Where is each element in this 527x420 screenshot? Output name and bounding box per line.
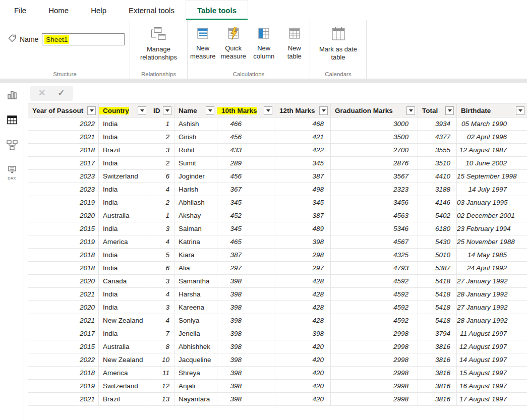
grid-cell-country[interactable]: India bbox=[99, 117, 149, 131]
grid-cell-year[interactable]: 2019 bbox=[28, 235, 99, 249]
grid-cell-marks10[interactable]: 398 bbox=[217, 353, 275, 367]
grid-cell-name[interactable]: Shreya bbox=[174, 367, 217, 380]
grid-cell-country[interactable]: India bbox=[99, 327, 149, 340]
grid-cell-name[interactable]: Soniya bbox=[174, 314, 217, 327]
grid-cell-country[interactable]: America bbox=[99, 367, 149, 380]
grid-cell-marks12[interactable]: 387 bbox=[275, 209, 331, 222]
grid-cell-marks10[interactable]: 398 bbox=[217, 340, 275, 353]
grid-cell-year[interactable]: 2017 bbox=[28, 157, 99, 170]
grid-cell-id[interactable]: 4 bbox=[149, 235, 174, 249]
grid-cell-id[interactable]: 2 bbox=[149, 157, 174, 170]
filter-button[interactable] bbox=[516, 106, 524, 115]
grid-cell-marks10[interactable]: 345 bbox=[217, 196, 275, 209]
grid-cell-birthdate[interactable]: 14 August 1997 bbox=[457, 353, 527, 367]
filter-button[interactable] bbox=[319, 106, 328, 115]
grid-cell-id[interactable]: 5 bbox=[149, 249, 174, 262]
grid-cell-graduation[interactable]: 4567 bbox=[331, 235, 418, 249]
grid-cell-birthdate[interactable]: 15 August 1997 bbox=[457, 367, 527, 380]
grid-cell-total[interactable]: 4146 bbox=[418, 196, 457, 209]
grid-cell-marks12[interactable]: 398 bbox=[275, 327, 331, 340]
grid-cell-graduation[interactable]: 2998 bbox=[331, 380, 418, 393]
grid-cell-year[interactable]: 2023 bbox=[28, 183, 99, 196]
grid-cell-name[interactable]: Jenelia bbox=[174, 327, 217, 340]
manage-relationships-button[interactable]: Manage relationships bbox=[130, 20, 187, 79]
grid-cell-total[interactable]: 5430 bbox=[418, 235, 457, 249]
grid-cell-year[interactable]: 2020 bbox=[28, 209, 99, 222]
grid-cell-total[interactable]: 3934 bbox=[418, 117, 457, 131]
grid-cell-id[interactable]: 8 bbox=[149, 340, 174, 353]
grid-cell-year[interactable]: 2019 bbox=[28, 196, 99, 209]
grid-cell-birthdate[interactable]: 05 March 1990 bbox=[457, 117, 527, 131]
table-name-input[interactable]: Sheet1 bbox=[42, 33, 125, 45]
grid-cell-birthdate[interactable]: 12 August 1987 bbox=[457, 144, 527, 157]
grid-cell-graduation[interactable]: 5346 bbox=[331, 222, 418, 235]
report-view-button[interactable] bbox=[7, 90, 17, 102]
grid-cell-marks10[interactable]: 398 bbox=[217, 380, 275, 393]
grid-cell-year[interactable]: 2021 bbox=[28, 288, 99, 301]
tab-home[interactable]: Home bbox=[37, 0, 80, 20]
column-header-year[interactable]: Year of Passout bbox=[28, 104, 99, 117]
grid-cell-id[interactable]: 1 bbox=[149, 209, 174, 222]
grid-cell-graduation[interactable]: 2998 bbox=[331, 367, 418, 380]
grid-cell-marks10[interactable]: 433 bbox=[217, 144, 275, 157]
grid-cell-birthdate[interactable]: 12 August 1997 bbox=[457, 340, 527, 353]
grid-cell-name[interactable]: Samantha bbox=[174, 275, 217, 288]
column-header-name[interactable]: Name bbox=[174, 104, 217, 117]
grid-cell-marks12[interactable]: 468 bbox=[275, 117, 331, 131]
grid-cell-marks12[interactable]: 421 bbox=[275, 131, 331, 144]
grid-cell-birthdate[interactable]: 24 April 1992 bbox=[457, 262, 527, 275]
grid-cell-year[interactable]: 2017 bbox=[28, 327, 99, 340]
grid-cell-id[interactable]: 3 bbox=[149, 222, 174, 235]
grid-cell-marks12[interactable]: 345 bbox=[275, 196, 331, 209]
grid-cell-graduation[interactable]: 2876 bbox=[331, 157, 418, 170]
grid-cell-birthdate[interactable]: 28 January 1992 bbox=[457, 314, 527, 327]
dax-query-view-button[interactable]: DAX bbox=[7, 166, 17, 181]
grid-cell-country[interactable]: Brazil bbox=[99, 393, 149, 406]
grid-cell-country[interactable]: India bbox=[99, 262, 149, 275]
grid-cell-total[interactable]: 3816 bbox=[418, 367, 457, 380]
grid-cell-year[interactable]: 2022 bbox=[28, 117, 99, 131]
grid-cell-total[interactable]: 3816 bbox=[418, 380, 457, 393]
grid-cell-marks10[interactable]: 289 bbox=[217, 157, 275, 170]
grid-cell-marks10[interactable]: 456 bbox=[217, 131, 275, 144]
tab-table-tools[interactable]: Table tools bbox=[186, 0, 248, 20]
grid-cell-graduation[interactable]: 4592 bbox=[331, 314, 418, 327]
grid-cell-id[interactable]: 6 bbox=[149, 170, 174, 183]
grid-cell-total[interactable]: 3188 bbox=[418, 183, 457, 196]
grid-cell-id[interactable]: 13 bbox=[149, 393, 174, 406]
grid-cell-birthdate[interactable]: 14 May 1985 bbox=[457, 249, 527, 262]
grid-cell-country[interactable]: Australia bbox=[99, 209, 149, 222]
grid-cell-birthdate[interactable]: 10 June 2002 bbox=[457, 157, 527, 170]
grid-cell-name[interactable]: Kareena bbox=[174, 301, 217, 314]
grid-cell-birthdate[interactable]: 17 August 1997 bbox=[457, 393, 527, 406]
grid-cell-graduation[interactable]: 2998 bbox=[331, 393, 418, 406]
grid-cell-country[interactable]: Australia bbox=[99, 340, 149, 353]
grid-cell-id[interactable]: 1 bbox=[149, 117, 174, 131]
new-table-button[interactable]: New table bbox=[279, 20, 310, 79]
grid-cell-graduation[interactable]: 2700 bbox=[331, 144, 418, 157]
grid-cell-marks12[interactable]: 422 bbox=[275, 144, 331, 157]
grid-cell-birthdate[interactable]: 14 July 1997 bbox=[457, 183, 527, 196]
grid-cell-name[interactable]: Abhilash bbox=[174, 196, 217, 209]
grid-cell-marks12[interactable]: 420 bbox=[275, 353, 331, 367]
grid-cell-name[interactable]: Ashish bbox=[174, 117, 217, 131]
grid-cell-total[interactable]: 6180 bbox=[418, 222, 457, 235]
grid-cell-graduation[interactable]: 3500 bbox=[331, 131, 418, 144]
grid-cell-id[interactable]: 3 bbox=[149, 275, 174, 288]
grid-cell-total[interactable]: 5010 bbox=[418, 249, 457, 262]
grid-cell-marks10[interactable]: 466 bbox=[217, 117, 275, 131]
grid-cell-id[interactable]: 7 bbox=[149, 327, 174, 340]
grid-cell-marks12[interactable]: 387 bbox=[275, 170, 331, 183]
grid-cell-year[interactable]: 2022 bbox=[28, 353, 99, 367]
grid-cell-graduation[interactable]: 4325 bbox=[331, 249, 418, 262]
grid-cell-marks12[interactable]: 297 bbox=[275, 262, 331, 275]
grid-cell-total[interactable]: 3794 bbox=[418, 327, 457, 340]
grid-cell-total[interactable]: 4377 bbox=[418, 131, 457, 144]
grid-cell-birthdate[interactable]: 16 August 1997 bbox=[457, 380, 527, 393]
grid-cell-year[interactable]: 2019 bbox=[28, 380, 99, 393]
filter-button[interactable] bbox=[87, 106, 96, 115]
grid-cell-graduation[interactable]: 3567 bbox=[331, 170, 418, 183]
grid-cell-country[interactable]: India bbox=[99, 301, 149, 314]
grid-cell-year[interactable]: 2015 bbox=[28, 222, 99, 235]
grid-cell-marks12[interactable]: 398 bbox=[275, 235, 331, 249]
